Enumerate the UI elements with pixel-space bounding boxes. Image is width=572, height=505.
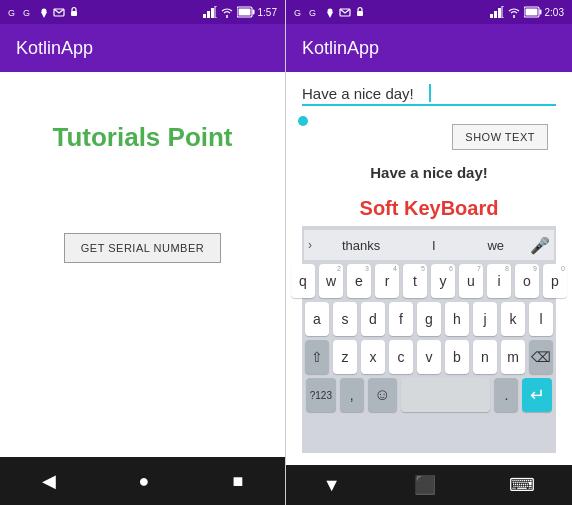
status-bar-2: G G 2:03 bbox=[286, 0, 572, 24]
keyboard-row-4: ?123 , ☺ . ↵ bbox=[304, 378, 554, 412]
key-x[interactable]: x bbox=[361, 340, 385, 374]
svg-rect-22 bbox=[502, 6, 504, 18]
suggestions-words: thanks I we bbox=[316, 238, 530, 253]
key-j[interactable]: j bbox=[473, 302, 497, 336]
key-s[interactable]: s bbox=[333, 302, 357, 336]
emoji-key[interactable]: ☺ bbox=[368, 378, 398, 412]
period-key[interactable]: . bbox=[494, 378, 518, 412]
map-pin-icon-2 bbox=[324, 6, 336, 18]
tablet-button-2[interactable]: ⬛ bbox=[414, 474, 436, 496]
result-text: Have a nice day! bbox=[302, 164, 556, 181]
app-bar-2: KotlinApp bbox=[286, 24, 572, 72]
suggestion-2[interactable]: I bbox=[432, 238, 436, 253]
mail-icon-2 bbox=[339, 6, 351, 18]
space-key[interactable] bbox=[401, 378, 490, 412]
back-button-1[interactable]: ◀ bbox=[42, 470, 56, 492]
key-h[interactable]: h bbox=[445, 302, 469, 336]
keyboard-row-1: q w2 e3 r4 t5 y6 u7 i8 o9 p0 bbox=[304, 264, 554, 298]
key-p[interactable]: p0 bbox=[543, 264, 567, 298]
app-title-2: KotlinApp bbox=[302, 38, 379, 59]
keyboard-row-3: ⇧ z x c v b n m ⌫ bbox=[304, 340, 554, 374]
battery-icon-2 bbox=[524, 6, 542, 18]
enter-key[interactable]: ↵ bbox=[522, 378, 552, 412]
shift-key[interactable]: ⇧ bbox=[305, 340, 329, 374]
status-bar-left-1: G G bbox=[8, 6, 80, 18]
phone-2: G G 2:03 KotlinApp Have a nice day! bbox=[286, 0, 572, 505]
mic-icon[interactable]: 🎤 bbox=[530, 236, 550, 255]
keyboard-suggestions-bar: › thanks I we 🎤 bbox=[304, 230, 554, 260]
key-z[interactable]: z bbox=[333, 340, 357, 374]
key-i[interactable]: i8 bbox=[487, 264, 511, 298]
home-button-1[interactable]: ● bbox=[139, 471, 150, 492]
key-d[interactable]: d bbox=[361, 302, 385, 336]
svg-rect-9 bbox=[215, 6, 217, 18]
text-input-display: Have a nice day! bbox=[302, 85, 428, 102]
time-1: 1:57 bbox=[258, 7, 277, 18]
bottom-nav-1: ◀ ● ■ bbox=[0, 457, 285, 505]
battery-icon bbox=[237, 6, 255, 18]
svg-text:G: G bbox=[23, 8, 30, 18]
key-e[interactable]: e3 bbox=[347, 264, 371, 298]
key-t[interactable]: t5 bbox=[403, 264, 427, 298]
suggestion-3[interactable]: we bbox=[487, 238, 504, 253]
key-g[interactable]: g bbox=[417, 302, 441, 336]
wifi-icon bbox=[220, 6, 234, 18]
svg-marker-16 bbox=[327, 12, 333, 18]
key-m[interactable]: m bbox=[501, 340, 525, 374]
input-row: Have a nice day! bbox=[302, 84, 556, 106]
svg-rect-20 bbox=[494, 11, 497, 18]
down-button-2[interactable]: ▼ bbox=[323, 475, 341, 496]
key-a[interactable]: a bbox=[305, 302, 329, 336]
svg-rect-7 bbox=[207, 11, 210, 18]
key-y[interactable]: y6 bbox=[431, 264, 455, 298]
status-bar-right-2: 2:03 bbox=[490, 6, 564, 18]
suggestion-1[interactable]: thanks bbox=[342, 238, 380, 253]
bottom-nav-2: ▼ ⬛ ⌨ bbox=[286, 465, 572, 505]
key-c[interactable]: c bbox=[389, 340, 413, 374]
svg-rect-19 bbox=[490, 14, 493, 18]
app-title-1: KotlinApp bbox=[16, 38, 93, 59]
key-b[interactable]: b bbox=[445, 340, 469, 374]
mail-icon bbox=[53, 6, 65, 18]
svg-text:G: G bbox=[8, 8, 15, 18]
status-bar-right-1: 1:57 bbox=[203, 6, 277, 18]
svg-rect-25 bbox=[525, 9, 537, 16]
serial-number-button[interactable]: GET SERIAL NUMBER bbox=[64, 233, 221, 263]
recent-button-1[interactable]: ■ bbox=[233, 471, 244, 492]
input-cursor bbox=[429, 84, 431, 102]
symbols-key[interactable]: ?123 bbox=[306, 378, 336, 412]
svg-rect-12 bbox=[238, 9, 250, 16]
svg-rect-18 bbox=[357, 11, 363, 16]
key-q[interactable]: q bbox=[291, 264, 315, 298]
show-text-button[interactable]: SHOW TEXT bbox=[452, 124, 548, 150]
lock-icon bbox=[68, 6, 80, 18]
delete-key[interactable]: ⌫ bbox=[529, 340, 553, 374]
key-l[interactable]: l bbox=[529, 302, 553, 336]
soft-keyboard: › thanks I we 🎤 q w2 e3 r4 t5 y6 u7 i8 o… bbox=[302, 226, 556, 453]
keyboard-button-2[interactable]: ⌨ bbox=[509, 474, 535, 496]
key-u[interactable]: u7 bbox=[459, 264, 483, 298]
soft-keyboard-label: Soft KeyBoard bbox=[302, 197, 556, 220]
lock-icon-2 bbox=[354, 6, 366, 18]
svg-text:G: G bbox=[309, 8, 316, 18]
phone-1: G G 1:57 KotlinApp Tutorials Point GET S… bbox=[0, 0, 286, 505]
comma-key[interactable]: , bbox=[340, 378, 364, 412]
chevron-right-icon: › bbox=[308, 238, 312, 252]
status-bar-1: G G 1:57 bbox=[0, 0, 285, 24]
key-v[interactable]: v bbox=[417, 340, 441, 374]
key-w[interactable]: w2 bbox=[319, 264, 343, 298]
g2-icon: G bbox=[23, 6, 35, 18]
svg-text:G: G bbox=[294, 8, 301, 18]
key-k[interactable]: k bbox=[501, 302, 525, 336]
svg-marker-3 bbox=[41, 12, 47, 18]
main-title: Tutorials Point bbox=[52, 122, 232, 153]
svg-rect-11 bbox=[252, 10, 254, 15]
key-f[interactable]: f bbox=[389, 302, 413, 336]
key-o[interactable]: o9 bbox=[515, 264, 539, 298]
key-r[interactable]: r4 bbox=[375, 264, 399, 298]
key-n[interactable]: n bbox=[473, 340, 497, 374]
time-2: 2:03 bbox=[545, 7, 564, 18]
map-pin-icon bbox=[38, 6, 50, 18]
signal-icon-2 bbox=[490, 6, 504, 18]
wifi-icon-2 bbox=[507, 6, 521, 18]
